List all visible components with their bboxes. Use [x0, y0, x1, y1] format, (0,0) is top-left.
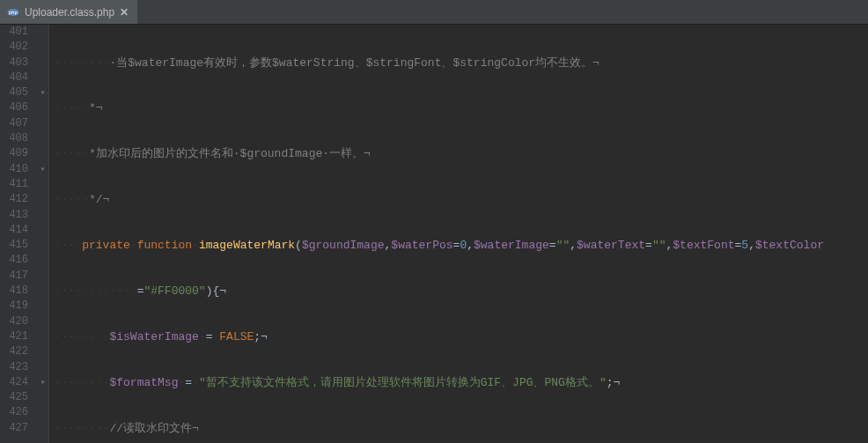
code-line: ········$formatMsg·=·"暂不支持该文件格式，请用图片处理软件…: [55, 375, 868, 390]
tab-bar: php Uploader.class.php ✕: [0, 0, 868, 25]
code-line: ·········当$waterImage有效时，参数$waterString、…: [55, 55, 868, 70]
fold-marker: [37, 390, 48, 405]
fold-marker[interactable]: ▾: [37, 162, 48, 177]
fold-marker[interactable]: ▾: [37, 375, 48, 390]
file-tab[interactable]: php Uploader.class.php ✕: [0, 0, 137, 24]
fold-marker: [37, 70, 48, 85]
fold-marker: [37, 436, 48, 443]
fold-marker: [37, 238, 48, 253]
code-area[interactable]: ·········当$waterImage有效时，参数$waterString、…: [49, 25, 868, 443]
fold-marker: [37, 55, 48, 70]
fold-marker: [37, 329, 48, 344]
fold-marker: [37, 314, 48, 329]
svg-text:php: php: [9, 10, 18, 15]
fold-marker: [37, 177, 48, 192]
fold-marker: [37, 192, 48, 207]
fold-marker: [37, 284, 48, 299]
code-line: ········//读取水印文件¬: [55, 421, 868, 436]
fold-marker: [37, 40, 48, 55]
fold-marker: [37, 299, 48, 314]
fold-marker: [37, 253, 48, 268]
fold-marker: [37, 421, 48, 436]
code-line: ····private·function·imageWaterMark($gro…: [55, 238, 868, 253]
fold-marker: [37, 344, 48, 359]
fold-marker: [37, 405, 48, 420]
fold-marker: [37, 208, 48, 223]
fold-marker: [37, 360, 48, 375]
fold-marker: [37, 116, 48, 131]
fold-marker: [37, 25, 48, 40]
fold-marker: [37, 131, 48, 146]
code-line: ········$isWaterImage·=·FALSE;¬: [55, 329, 868, 344]
close-icon[interactable]: ✕: [120, 6, 129, 18]
fold-marker[interactable]: ▾: [37, 85, 48, 100]
tab-filename: Uploader.class.php: [25, 6, 114, 18]
fold-marker: [37, 269, 48, 284]
code-editor[interactable]: 4014024034044054064074084094104114124134…: [0, 25, 868, 443]
code-line: ·····*¬: [55, 100, 868, 115]
code-line: ·····*加水印后的图片的文件名和·$groundImage·一样。¬: [55, 146, 868, 161]
line-number-gutter: 4014024034044054064074084094104114124134…: [0, 25, 37, 443]
code-line: ·····*/¬: [55, 192, 868, 207]
code-line: ············="#FF0000"){¬: [55, 284, 868, 299]
php-icon: php: [7, 6, 19, 18]
fold-marker: [37, 223, 48, 238]
fold-marker: [37, 146, 48, 161]
fold-gutter: ▾▾▾: [37, 25, 49, 443]
